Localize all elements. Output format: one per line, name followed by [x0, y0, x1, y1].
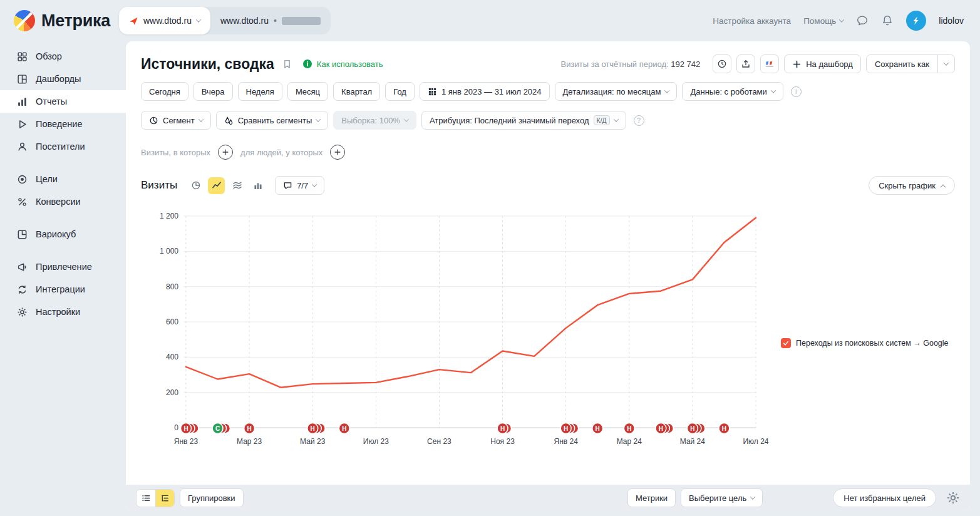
page-title: Источники, сводка — [141, 56, 274, 73]
chevron-down-icon — [944, 60, 949, 65]
hide-chart-button[interactable]: Скрыть график — [869, 176, 955, 195]
sidebar-item-10[interactable]: Настройки — [0, 301, 126, 323]
sidebar-item-7[interactable]: Вариокуб — [0, 223, 126, 245]
date-range-button[interactable]: 1 янв 2023 — 31 июл 2024 — [420, 82, 550, 101]
chart-legend-item[interactable]: Переходы из поисковых систем → Google — [781, 338, 969, 348]
attribution-dropdown[interactable]: Атрибуция: Последний значимый переход К/… — [421, 111, 626, 130]
svg-text:600: 600 — [166, 317, 178, 326]
compare-periods-dropdown[interactable]: 7/7 — [275, 176, 324, 195]
svg-text:С: С — [215, 425, 220, 432]
svg-text:1 000: 1 000 — [160, 247, 178, 255]
metrics-button[interactable]: Метрики — [627, 488, 676, 507]
period-button-0[interactable]: Сегодня — [141, 82, 188, 101]
variocube-icon — [17, 229, 28, 240]
detail-dropdown[interactable]: Детализация: по месяцам — [555, 82, 678, 101]
sidebar-item-2[interactable]: Отчеты — [0, 90, 126, 113]
svg-text:Май 23: Май 23 — [300, 437, 326, 446]
comments-button[interactable] — [760, 54, 779, 73]
data-mode-dropdown[interactable]: Данные: с роботами — [682, 82, 783, 101]
pie-chart-icon — [191, 180, 201, 190]
period-button-1[interactable]: Вчера — [193, 82, 233, 101]
sidebar-item-1[interactable]: Дашборды — [0, 68, 126, 90]
save-as-caret-button[interactable] — [937, 55, 954, 73]
date-range-label: 1 янв 2023 — 31 июл 2024 — [441, 87, 542, 96]
chart-type-pie-button[interactable] — [187, 177, 204, 194]
sampling-dropdown[interactable]: Выборка: 100% — [333, 111, 416, 130]
info-circle-icon[interactable]: i — [791, 86, 802, 97]
tree-view-button[interactable] — [155, 490, 174, 507]
sidebar-item-label: Обзор — [36, 51, 62, 61]
export-icon — [741, 59, 751, 69]
add-to-dashboard-button[interactable]: На дашборд — [784, 54, 861, 73]
save-as-button[interactable]: Сохранить как — [867, 55, 937, 73]
chevron-down-icon — [404, 116, 409, 121]
sidebar-item-5[interactable]: Цели — [0, 168, 126, 190]
period-buttons: СегодняВчераНеделяМесяцКварталГод — [141, 82, 415, 101]
svg-text:Н: Н — [690, 425, 694, 432]
notifications-bell-icon[interactable] — [881, 14, 894, 27]
sidebar-item-3[interactable]: Поведение — [0, 113, 126, 135]
plus-icon — [334, 148, 341, 156]
bookmark-icon[interactable] — [282, 59, 292, 70]
attribution-help-icon[interactable]: ? — [634, 115, 644, 126]
counter-domain: www.dtod.ru — [220, 16, 269, 26]
svg-text:800: 800 — [166, 282, 178, 291]
select-goal-dropdown[interactable]: Выберите цель — [681, 488, 763, 507]
period-button-2[interactable]: Неделя — [238, 82, 282, 101]
sidebar-item-label: Посетители — [36, 142, 85, 152]
counter-tab-1[interactable]: www.dtod.ru• — [210, 7, 331, 34]
plus-icon — [792, 59, 802, 69]
add-visits-filter-button[interactable] — [218, 145, 233, 160]
compare-segments-dropdown[interactable]: Сравнить сегменты — [216, 111, 329, 130]
chart-type-area-button[interactable] — [229, 177, 245, 194]
visitors-icon — [17, 142, 28, 152]
sidebar-item-0[interactable]: Обзор — [0, 45, 126, 68]
top-header: Метрика www.dtod.ruwww.dtod.ru• Настройк… — [0, 0, 980, 41]
svg-text:Н: Н — [311, 425, 315, 432]
sidebar-item-6[interactable]: Конверсии — [0, 190, 126, 213]
feedback-chat-icon[interactable] — [856, 14, 869, 27]
sidebar-item-8[interactable]: Привлечение — [0, 255, 126, 278]
visits-chart-area[interactable]: 02004006008001 0001 200Янв 23Мар 23Май 2… — [141, 206, 970, 454]
chart-type-columns-button[interactable] — [249, 177, 266, 194]
period-button-5[interactable]: Год — [385, 82, 415, 101]
svg-text:Мар 23: Мар 23 — [237, 437, 262, 446]
period-button-4[interactable]: Квартал — [333, 82, 380, 101]
flat-list-view-button[interactable] — [137, 490, 155, 507]
tab-separator: • — [274, 16, 277, 26]
groupings-button[interactable]: Группировки — [180, 488, 244, 507]
favorite-goals-button[interactable]: Нет избранных целей — [833, 488, 936, 507]
segment-dropdown[interactable]: Сегмент — [141, 111, 211, 130]
history-button[interactable] — [713, 54, 731, 73]
export-button[interactable] — [736, 54, 755, 73]
sidebar: ОбзорДашбордыОтчетыПоведениеПосетителиЦе… — [0, 41, 126, 516]
add-people-filter-button[interactable] — [330, 145, 345, 160]
counter-tab-0[interactable]: www.dtod.ru — [119, 7, 210, 34]
tree-icon — [160, 493, 170, 503]
sidebar-item-9[interactable]: Интеграции — [0, 278, 126, 301]
svg-text:0: 0 — [174, 423, 178, 432]
integrations-icon — [17, 284, 28, 295]
segment-pie-icon — [149, 116, 158, 125]
legend-checkbox-icon[interactable] — [781, 338, 791, 348]
sidebar-item-4[interactable]: Посетители — [0, 135, 126, 158]
line-chart-icon — [212, 180, 222, 190]
svg-text:Н: Н — [722, 425, 726, 432]
metrica-logo[interactable]: Метрика — [14, 10, 110, 31]
view-toggle — [136, 489, 175, 507]
visits-period-label: Визиты за отчётный период: — [561, 59, 669, 69]
help-menu[interactable]: Помощь — [803, 16, 843, 26]
settings-icon — [17, 307, 28, 317]
svg-text:Июл 23: Июл 23 — [363, 437, 389, 446]
chart-header-row: Визиты 7/7 Скрыть график — [126, 176, 970, 195]
user-avatar[interactable] — [906, 11, 926, 31]
settings-gear-icon[interactable] — [946, 491, 960, 505]
how-to-use-link[interactable]: Как использовать — [302, 59, 383, 69]
dashboards-icon — [17, 74, 28, 85]
visits-line-chart[interactable]: 02004006008001 0001 200Янв 23Мар 23Май 2… — [141, 206, 773, 452]
period-button-3[interactable]: Месяц — [287, 82, 328, 101]
chart-type-line-button[interactable] — [208, 177, 225, 194]
account-settings-link[interactable]: Настройка аккаунта — [713, 16, 791, 26]
reports-icon — [17, 96, 28, 107]
compare-segments-icon — [224, 116, 234, 125]
